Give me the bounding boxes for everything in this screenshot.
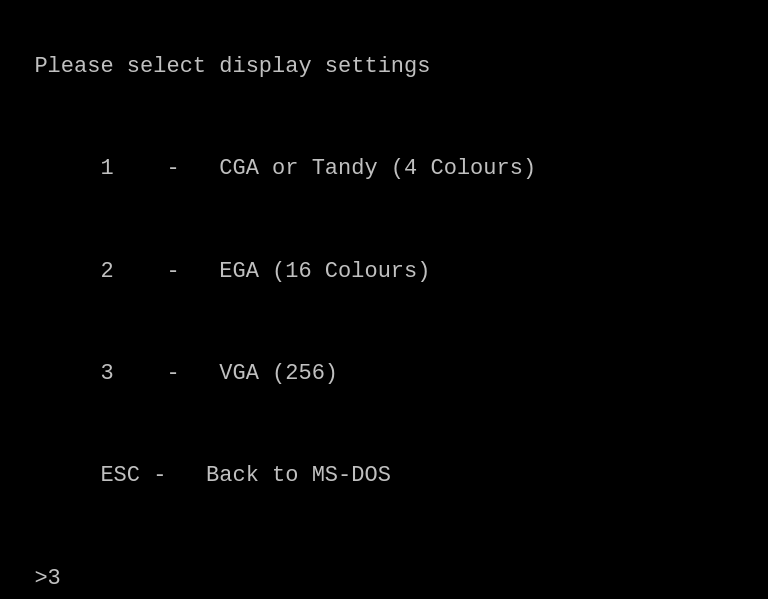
terminal-line-3: 2 - EGA (16 Colours) (34, 259, 430, 284)
terminal-line-6: >3 (34, 566, 60, 591)
terminal-line-5: ESC - Back to MS-DOS (34, 463, 390, 488)
terminal-line-4: 3 - VGA (256) (34, 361, 338, 386)
terminal-output: Please select display settings 1 - CGA o… (8, 16, 760, 599)
terminal-line-2: 1 - CGA or Tandy (4 Colours) (34, 156, 536, 181)
terminal-line-1: Please select display settings (34, 54, 430, 79)
